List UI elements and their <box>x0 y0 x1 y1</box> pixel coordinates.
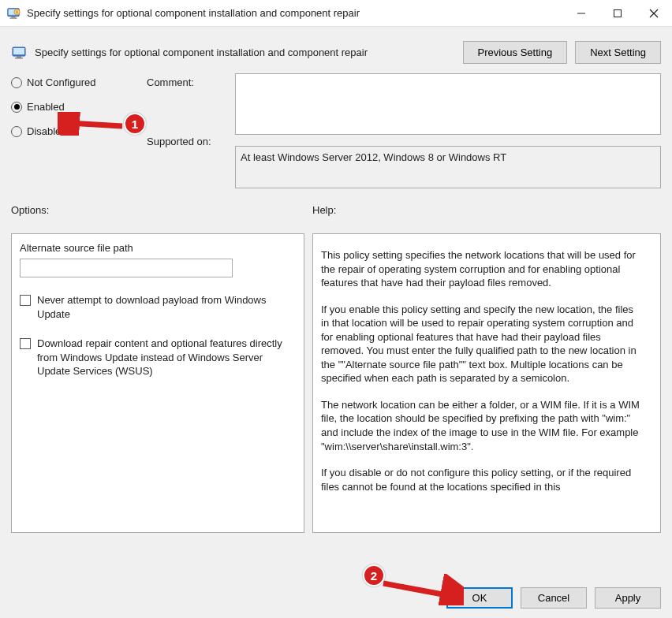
close-button[interactable] <box>636 0 672 27</box>
radio-label: Enabled <box>27 101 65 113</box>
download-repair-option[interactable]: Download repair content and optional fea… <box>20 337 296 378</box>
maximize-button[interactable] <box>599 0 636 27</box>
window-title: Specify settings for optional component … <box>27 7 563 19</box>
titlebar: Specify settings for optional component … <box>0 0 672 27</box>
policy-icon <box>11 45 27 61</box>
radio-icon <box>11 126 22 137</box>
alt-path-label: Alternate source file path <box>20 242 296 254</box>
radio-enabled[interactable]: Enabled <box>11 101 137 113</box>
supported-on-box[interactable]: At least Windows Server 2012, Windows 8 … <box>235 146 661 188</box>
cancel-button[interactable]: Cancel <box>521 587 587 609</box>
comment-label: Comment: <box>147 76 226 88</box>
comment-textarea[interactable] <box>235 73 661 135</box>
field-inputs: At least Windows Server 2012, Windows 8 … <box>235 73 661 195</box>
config-area: Not Configured Enabled Disabled Comment:… <box>0 70 672 201</box>
window-controls <box>563 0 672 27</box>
never-download-label: Never attempt to download payload from W… <box>37 293 296 321</box>
svg-rect-6 <box>614 9 622 17</box>
radio-icon <box>11 77 22 88</box>
checkbox-icon <box>20 295 31 306</box>
radio-icon <box>11 102 22 113</box>
state-radios: Not Configured Enabled Disabled <box>11 73 137 195</box>
radio-label: Not Configured <box>27 76 95 88</box>
options-panel: Alternate source file path Never attempt… <box>11 233 304 533</box>
help-paragraph: If you disable or do not configure this … <box>321 466 640 493</box>
help-panel[interactable]: This policy setting specifies the networ… <box>312 233 661 533</box>
options-heading: Options: <box>11 204 290 216</box>
radio-disabled[interactable]: Disabled <box>11 125 137 137</box>
help-heading: Help: <box>312 204 336 216</box>
radio-not-configured[interactable]: Not Configured <box>11 76 137 88</box>
svg-rect-10 <box>13 48 24 54</box>
svg-rect-12 <box>15 58 23 59</box>
panels: Alternate source file path Never attempt… <box>0 218 672 533</box>
section-labels: Options: Help: <box>0 201 672 218</box>
help-paragraph: If you enable this policy setting and sp… <box>321 303 640 385</box>
header: Specify settings for optional component … <box>0 27 672 70</box>
radio-label: Disabled <box>27 125 67 137</box>
header-title: Specify settings for optional component … <box>35 47 455 58</box>
download-repair-label: Download repair content and optional fea… <box>37 337 296 378</box>
checkbox-icon <box>20 338 31 349</box>
app-icon <box>6 6 21 20</box>
help-paragraph: This policy setting specifies the networ… <box>321 248 640 290</box>
ok-button[interactable]: OK <box>446 587 513 609</box>
help-paragraph: The network location can be either a fol… <box>321 398 640 453</box>
alt-path-input[interactable] <box>20 259 233 277</box>
previous-setting-button[interactable]: Previous Setting <box>463 41 568 64</box>
svg-rect-2 <box>11 16 15 17</box>
minimize-button[interactable] <box>563 0 599 27</box>
svg-rect-11 <box>17 56 21 58</box>
dialog-footer: OK Cancel Apply <box>0 579 672 618</box>
field-labels: Comment: Supported on: <box>147 73 226 195</box>
svg-rect-3 <box>10 17 17 18</box>
supported-on-text: At least Windows Server 2012, Windows 8 … <box>241 151 506 163</box>
apply-button[interactable]: Apply <box>595 587 661 609</box>
next-setting-button[interactable]: Next Setting <box>575 41 661 64</box>
supported-label: Supported on: <box>147 136 226 147</box>
never-download-option[interactable]: Never attempt to download payload from W… <box>20 293 296 321</box>
